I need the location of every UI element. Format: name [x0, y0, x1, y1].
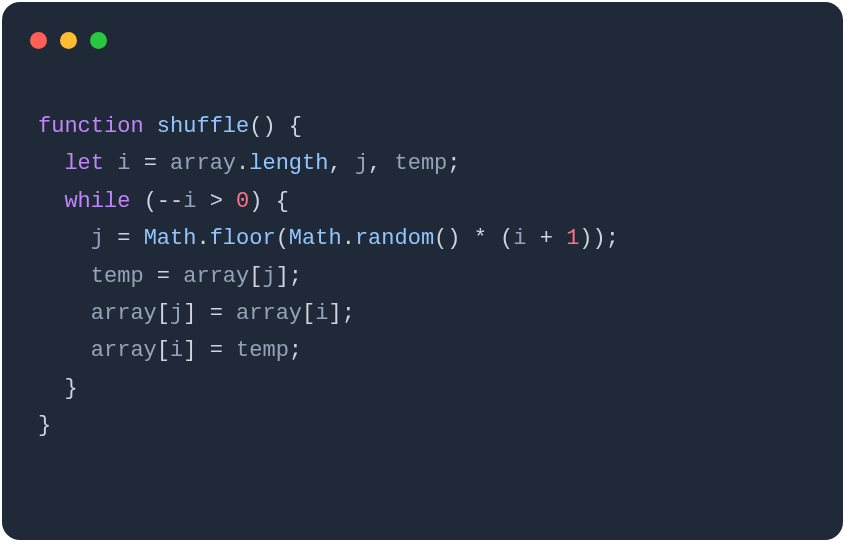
code-token-prop: floor — [210, 226, 276, 251]
minimize-icon[interactable] — [60, 32, 77, 49]
code-token-punct: , — [328, 151, 354, 176]
code-token-op: -- — [157, 189, 183, 214]
code-token-ident: array — [91, 338, 157, 363]
code-token-punct: ] — [183, 301, 196, 326]
code-token-punct: ( — [500, 226, 513, 251]
code-line: } — [38, 370, 807, 407]
code-token-punct — [38, 189, 64, 214]
code-token-punct: { — [289, 114, 302, 139]
code-line: function shuffle() { — [38, 108, 807, 145]
code-line: temp = array[j]; — [38, 258, 807, 295]
code-token-punct: ; — [447, 151, 460, 176]
zoom-icon[interactable] — [90, 32, 107, 49]
code-token-punct: . — [342, 226, 355, 251]
code-token-punct: () — [434, 226, 460, 251]
code-token-punct — [38, 264, 91, 289]
code-token-keyword: function — [38, 114, 157, 139]
code-token-punct: ] — [183, 338, 196, 363]
code-token-ident: array — [91, 301, 157, 326]
code-line: while (--i > 0) { — [38, 183, 807, 220]
code-token-punct: () — [249, 114, 275, 139]
code-token-op: = — [144, 151, 170, 176]
code-token-op: = — [117, 226, 143, 251]
code-editor: function shuffle() { let i = array.lengt… — [2, 54, 843, 481]
close-icon[interactable] — [30, 32, 47, 49]
code-token-punct: ) — [249, 189, 262, 214]
code-token-punct — [38, 338, 91, 363]
code-token-punct: } — [38, 413, 51, 438]
code-token-ident: array — [183, 264, 249, 289]
code-token-funcdef: shuffle — [157, 114, 249, 139]
code-token-ident: i — [117, 151, 143, 176]
code-token-ident: array — [170, 151, 236, 176]
code-token-op: > — [210, 189, 236, 214]
code-token-punct: ]; — [328, 301, 354, 326]
code-token-ident: array — [236, 301, 302, 326]
code-token-keyword: let — [64, 151, 117, 176]
code-token-punct: [ — [157, 338, 170, 363]
code-line: } — [38, 407, 807, 444]
code-window: function shuffle() { let i = array.lengt… — [2, 2, 843, 540]
titlebar — [2, 2, 843, 54]
code-token-ident: i — [513, 226, 539, 251]
code-token-punct: } — [38, 376, 78, 401]
code-token-punct: . — [236, 151, 249, 176]
code-token-punct — [262, 189, 275, 214]
code-line: array[j] = array[i]; — [38, 295, 807, 332]
code-token-punct — [276, 114, 289, 139]
code-token-punct: ; — [289, 338, 302, 363]
code-token-ident: j — [170, 301, 183, 326]
code-token-ident: j — [355, 151, 368, 176]
code-token-punct: . — [196, 226, 209, 251]
code-token-prop: length — [249, 151, 328, 176]
code-token-ident: temp — [394, 151, 447, 176]
code-token-ident: j — [262, 264, 275, 289]
code-token-punct: )); — [579, 226, 619, 251]
code-token-op: * — [461, 226, 501, 251]
code-token-op: = — [157, 264, 183, 289]
code-line: array[i] = temp; — [38, 332, 807, 369]
code-token-ident: i — [315, 301, 328, 326]
code-token-ident: i — [183, 189, 209, 214]
code-token-ident: temp — [91, 264, 157, 289]
code-token-op: = — [196, 301, 236, 326]
code-token-punct — [38, 301, 91, 326]
code-token-punct: [ — [157, 301, 170, 326]
code-token-punct: ( — [144, 189, 157, 214]
code-token-punct: [ — [302, 301, 315, 326]
code-token-ident: i — [170, 338, 183, 363]
code-token-punct — [38, 151, 64, 176]
code-token-punct: ( — [276, 226, 289, 251]
code-token-builtin: Math — [289, 226, 342, 251]
code-token-op: = — [196, 338, 236, 363]
code-token-keyword: while — [64, 189, 143, 214]
code-token-op: + — [540, 226, 566, 251]
code-token-ident: temp — [236, 338, 289, 363]
code-line: let i = array.length, j, temp; — [38, 145, 807, 182]
code-token-number: 0 — [236, 189, 249, 214]
code-token-punct: ]; — [276, 264, 302, 289]
code-token-punct: , — [368, 151, 394, 176]
code-token-prop: random — [355, 226, 434, 251]
code-token-number: 1 — [566, 226, 579, 251]
code-token-punct — [38, 226, 91, 251]
code-token-ident: j — [91, 226, 117, 251]
code-token-punct: [ — [249, 264, 262, 289]
code-token-punct: { — [276, 189, 289, 214]
code-token-builtin: Math — [144, 226, 197, 251]
code-line: j = Math.floor(Math.random() * (i + 1)); — [38, 220, 807, 257]
